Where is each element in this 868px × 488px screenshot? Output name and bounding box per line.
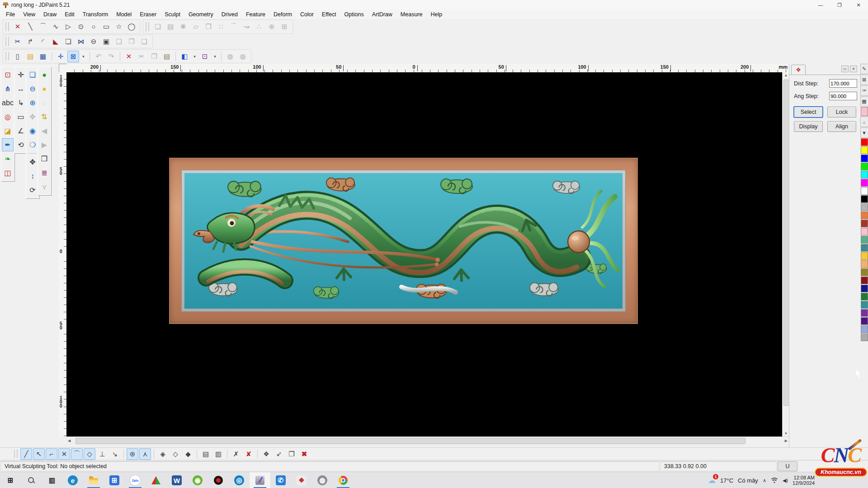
- clock[interactable]: 12:08 AM 12/9/2024: [793, 475, 815, 486]
- arc-icon[interactable]: ⌒: [37, 21, 49, 33]
- measure-angle-icon[interactable]: ∠: [15, 124, 27, 137]
- toolbar-grip[interactable]: [14, 450, 18, 458]
- menu-item-effect[interactable]: Effect: [318, 10, 340, 19]
- color-swatch[interactable]: [861, 146, 868, 154]
- sculpt-brush-icon[interactable]: ✒: [2, 138, 14, 151]
- color-swatch[interactable]: [861, 236, 868, 244]
- color-swatch[interactable]: [861, 301, 868, 309]
- diamond-a-icon[interactable]: ◈: [157, 448, 169, 460]
- copy-page-icon[interactable]: ❐: [286, 448, 297, 460]
- open-file-icon[interactable]: ▤: [24, 51, 36, 62]
- color-swatch[interactable]: [861, 138, 868, 146]
- taskbar-app-aperture-app[interactable]: ◎: [229, 472, 250, 488]
- scroll-up-icon[interactable]: ▲: [783, 72, 789, 78]
- sculpt-tangent-icon[interactable]: ↘: [109, 448, 121, 460]
- restore-button[interactable]: ❐: [830, 0, 849, 10]
- tab-transform-step[interactable]: ❖: [791, 65, 806, 75]
- zoom-vertical-icon[interactable]: ↕: [27, 169, 38, 183]
- rectangle-icon[interactable]: ▭: [100, 21, 112, 33]
- wifi-icon[interactable]: [771, 478, 778, 483]
- menu-item-artdraw[interactable]: ArtDraw: [368, 10, 396, 19]
- measure-width-icon[interactable]: ↔: [15, 82, 27, 95]
- align-button[interactable]: Align: [827, 121, 856, 132]
- ellipse-icon[interactable]: ○: [88, 21, 99, 33]
- star-icon[interactable]: ☆: [113, 21, 125, 33]
- extend-icon[interactable]: ↱: [24, 36, 36, 47]
- menu-item-help[interactable]: Help: [426, 10, 446, 19]
- current-color-swatch[interactable]: [861, 107, 868, 116]
- diamond-c-icon[interactable]: ◆: [182, 448, 194, 460]
- scroll-down-icon[interactable]: ▼: [783, 431, 789, 436]
- toolbar-grip[interactable]: [5, 52, 9, 61]
- color-swatch[interactable]: [861, 268, 868, 276]
- sculpt-perp-icon[interactable]: ⊥: [96, 448, 108, 460]
- tray-weather-condition[interactable]: Có mây: [738, 477, 758, 484]
- color-swatch[interactable]: [861, 179, 868, 187]
- scroll-left-icon[interactable]: ◀: [66, 438, 72, 444]
- color-swatch[interactable]: [861, 285, 868, 292]
- sculpt-line-icon[interactable]: ╱: [20, 448, 32, 460]
- menu-item-deform[interactable]: Deform: [269, 10, 296, 19]
- taskbar-app-store[interactable]: ⊞: [104, 472, 125, 488]
- select-button[interactable]: Select: [794, 107, 823, 117]
- fillet-icon[interactable]: ◜: [37, 36, 49, 47]
- light-yellow-icon[interactable]: ●: [38, 82, 50, 95]
- circle-icon[interactable]: ⊙: [75, 21, 87, 33]
- sculpt-pull-icon[interactable]: ↖: [33, 448, 45, 460]
- move-view-icon[interactable]: ✥: [27, 155, 38, 169]
- panel-close-icon[interactable]: ✕: [850, 66, 857, 72]
- swap-colors-icon[interactable]: ⇅: [38, 110, 50, 123]
- panel-dock-icon[interactable]: ▭: [841, 66, 849, 72]
- rotate-view-icon[interactable]: ⟳: [27, 183, 38, 197]
- horizontal-scroll-thumb[interactable]: [75, 438, 745, 444]
- speaker-icon[interactable]: ◀): [783, 478, 788, 483]
- zoom-window-icon[interactable]: ❏: [27, 68, 38, 81]
- drop-node-icon[interactable]: ❖: [260, 448, 272, 460]
- menu-item-edit[interactable]: Edit: [61, 10, 79, 19]
- color-swatch[interactable]: [861, 260, 868, 268]
- pick-remove-icon[interactable]: ✘: [243, 448, 255, 460]
- snap-cross-icon[interactable]: ✛: [55, 51, 66, 62]
- relief-tool-icon[interactable]: ❧: [2, 152, 14, 165]
- render-mode-icon[interactable]: ⊡: [199, 51, 211, 62]
- eyedropper-icon[interactable]: ✑: [860, 85, 868, 96]
- toolbar-grip[interactable]: [5, 22, 9, 31]
- weather-cloud-icon[interactable]: ☁1: [708, 476, 716, 485]
- horizontal-scrollbar[interactable]: ◀ ▶: [66, 436, 789, 444]
- delete-all-icon[interactable]: ✖: [298, 448, 310, 460]
- taskbar-app-edge[interactable]: e: [62, 472, 83, 488]
- menu-item-options[interactable]: Options: [340, 10, 368, 19]
- menu-item-color[interactable]: Color: [296, 10, 318, 19]
- menu-item-eraser[interactable]: Eraser: [136, 10, 160, 19]
- taskbar-app-chrome[interactable]: [333, 472, 354, 488]
- slot-icon[interactable]: ⊖: [88, 36, 99, 47]
- dist-step-input[interactable]: [829, 79, 857, 88]
- taskbar-app-file-explorer[interactable]: [83, 472, 104, 488]
- color-swatch[interactable]: [861, 277, 868, 284]
- taskbar-app-search[interactable]: [21, 472, 42, 488]
- display-button[interactable]: Display: [794, 121, 823, 132]
- drawing-canvas[interactable]: [66, 72, 782, 436]
- ring-tool-icon[interactable]: ◎: [2, 110, 14, 123]
- crosshair-icon[interactable]: ✛: [15, 68, 27, 81]
- pages-icon[interactable]: ❒: [38, 152, 50, 165]
- fill-tool-icon[interactable]: ◪: [2, 124, 14, 137]
- edit-colors-icon[interactable]: ▦: [860, 96, 868, 107]
- text-tool-icon[interactable]: abc: [2, 96, 14, 109]
- color-swatch[interactable]: [861, 211, 868, 219]
- sculpt-arc-icon[interactable]: ⌒: [71, 448, 83, 460]
- paste-icon[interactable]: ▤: [161, 51, 173, 62]
- trim-node-icon[interactable]: ➶: [273, 448, 285, 460]
- zoom-object-icon[interactable]: ❍: [27, 138, 38, 151]
- taskbar-app-disc-app[interactable]: ◍: [312, 472, 333, 488]
- menu-item-draw[interactable]: Draw: [39, 10, 61, 19]
- taskbar-app-characters-app[interactable]: ❖: [291, 472, 312, 488]
- taskbar-app-start[interactable]: ⊞: [0, 472, 21, 488]
- color-swatch[interactable]: [861, 155, 868, 162]
- axis-select-icon[interactable]: ⋏: [139, 448, 151, 460]
- scroll-right-icon[interactable]: ▶: [783, 438, 789, 444]
- taskbar-app-zalo[interactable]: Zalo: [125, 472, 146, 488]
- select-rect-icon[interactable]: ⊠: [67, 51, 79, 62]
- dropdown-icon[interactable]: ▾: [191, 51, 198, 62]
- pencil-icon[interactable]: ✎: [860, 64, 868, 74]
